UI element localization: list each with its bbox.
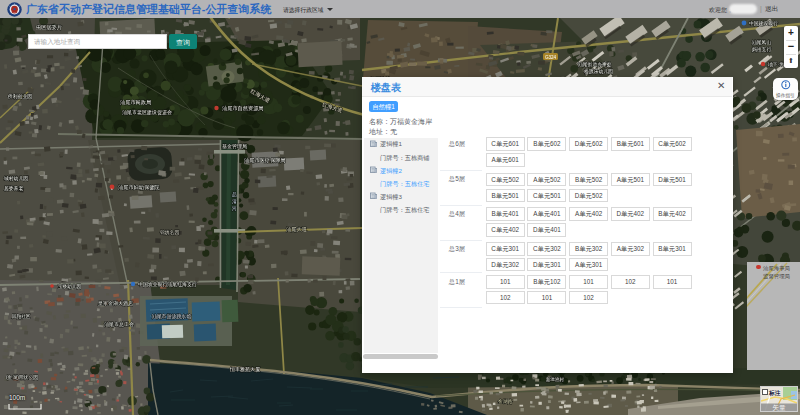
svg-text:河: 河 bbox=[231, 206, 237, 211]
svg-text:汕尾大道: 汕尾大道 bbox=[286, 226, 308, 232]
svg-text:凤翔社区: 凤翔社区 bbox=[12, 314, 31, 319]
svg-text:汕尾市妇幼保健院: 汕尾市妇幼保健院 bbox=[118, 184, 160, 191]
svg-text:汕尾市老区建设促进会: 汕尾市老区建设促进会 bbox=[122, 109, 172, 116]
svg-text:妈祖支行: 妈祖支行 bbox=[752, 46, 771, 53]
svg-text:品: 品 bbox=[232, 192, 237, 197]
svg-text:清: 清 bbox=[232, 199, 237, 204]
svg-text:汕尾市民政局: 汕尾市民政局 bbox=[120, 99, 151, 106]
svg-text:格源乐幼儿园: 格源乐幼儿园 bbox=[584, 68, 613, 75]
svg-text:中国建设银行: 中国建设银行 bbox=[749, 20, 778, 27]
svg-text:皇家金湖大酒店: 皇家金湖大酒店 bbox=[98, 300, 133, 307]
svg-text:中国农业银行汕尾红海支行: 中国农业银行汕尾红海支行 bbox=[138, 281, 197, 288]
svg-text:G324: G324 bbox=[545, 55, 557, 60]
svg-text:(金湖)带状公园: (金湖)带状公园 bbox=[6, 375, 38, 380]
svg-text:中区居委片: 中区居委片 bbox=[36, 24, 62, 31]
svg-text:汕尾市总工会: 汕尾市总工会 bbox=[104, 321, 134, 327]
svg-text:汕尾凤山: 汕尾凤山 bbox=[751, 40, 771, 45]
svg-text:基金管理局: 基金管理局 bbox=[222, 143, 247, 150]
svg-text:居委养老: 居委养老 bbox=[4, 185, 23, 192]
svg-text:恒丰雅苑大厦: 恒丰雅苑大厦 bbox=[229, 366, 260, 373]
svg-text:锦绣名园: 锦绣名园 bbox=[160, 229, 179, 236]
svg-text:汕尾市自然资源局: 汕尾市自然资源局 bbox=[222, 105, 264, 112]
svg-text:汕尾市游泳跳水馆: 汕尾市游泳跳水馆 bbox=[151, 313, 191, 320]
svg-text:汕尾市医疗保障局: 汕尾市医疗保障局 bbox=[244, 157, 286, 164]
svg-text:矢量: 矢量 bbox=[772, 404, 786, 411]
svg-text:汕尾街道办事处: 汕尾街道办事处 bbox=[577, 61, 612, 68]
